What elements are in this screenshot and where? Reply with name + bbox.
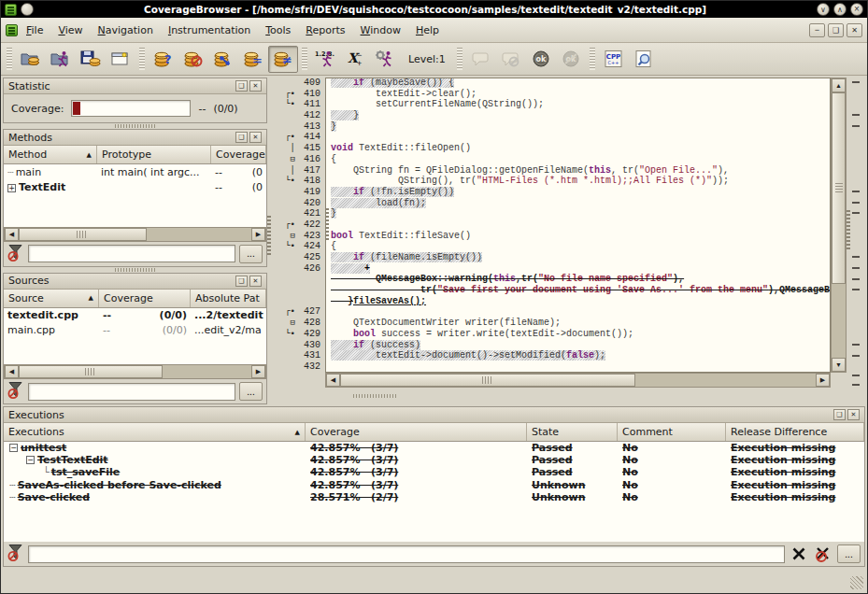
toolbar-grip-handle[interactable] [302, 48, 307, 70]
editor-vscrollbar[interactable]: ▲ ▼ [831, 78, 847, 373]
fold-marker[interactable]: └• [271, 241, 295, 252]
column-header-coverage[interactable]: Coverage [306, 423, 527, 441]
scroll-down-icon[interactable]: ▼ [832, 358, 846, 372]
save-session-button[interactable] [76, 46, 106, 73]
toolbar-grip-handle[interactable] [590, 48, 595, 70]
methods-filter-browse-button[interactable]: ... [239, 245, 263, 263]
column-header-prototype[interactable]: Prototype [97, 146, 211, 163]
float-panel-icon[interactable]: ❑ [833, 409, 846, 420]
mdi-child-icon[interactable] [6, 24, 18, 36]
cpp-source-button[interactable]: CPPC++ [599, 46, 629, 73]
menu-file[interactable]: File [19, 21, 50, 40]
clear-filter-disabled-button[interactable] [813, 544, 833, 563]
executions-forbidden-button[interactable] [178, 46, 208, 73]
titlebar-menu-button[interactable] [21, 3, 34, 16]
close-panel-icon[interactable]: ✕ [249, 80, 262, 92]
menu-help[interactable]: Help [408, 21, 447, 40]
menu-view[interactable]: View [50, 21, 90, 40]
ruler-grip[interactable] [847, 210, 850, 249]
collapse-icon[interactable]: − [9, 444, 18, 452]
executions-compare-button[interactable] [208, 46, 238, 73]
table-row[interactable]: +TextEdit--(0 [4, 179, 266, 194]
code-text[interactable]: } [325, 110, 831, 121]
code-text[interactable]: QTextDocumentWriter writer(fileName); [325, 318, 831, 329]
toolbar-grip-handle[interactable] [139, 48, 145, 70]
code-text[interactable]: QString(), tr("HTML-Files (*.htm *.html)… [325, 176, 831, 187]
scrollbar-thumb[interactable] [19, 228, 147, 241]
fold-marker[interactable]: ┌• [271, 132, 295, 143]
execution-row[interactable]: ┄SaveAs-clicked before Save-clicked42.85… [4, 479, 864, 491]
scroll-right-icon[interactable]: ▶ [251, 228, 265, 241]
code-text[interactable] [325, 306, 831, 318]
minimize-button[interactable] [817, 3, 830, 16]
mdi-restore-button[interactable] [828, 23, 844, 37]
new-window-button[interactable] [106, 46, 135, 73]
maximize-button[interactable] [833, 3, 847, 16]
clear-filter-button[interactable] [789, 544, 809, 563]
menu-window[interactable]: Window [353, 21, 408, 40]
table-row[interactable]: ┄mainint main( int argc...--(0 [4, 164, 266, 179]
statistic-operation-button[interactable]: X−+ [341, 46, 371, 73]
toolbar-grip-handle[interactable] [457, 48, 462, 70]
close-panel-icon[interactable]: ✕ [249, 276, 262, 287]
scroll-left-icon[interactable]: ◀ [5, 365, 19, 378]
code-text[interactable]: setCurrentFileName(QString()); [325, 99, 831, 110]
code-text[interactable]: load(fn); [325, 198, 831, 209]
sources-filter-browse-button[interactable]: ... [239, 382, 263, 401]
menu-tools[interactable]: Tools [258, 21, 298, 40]
collapse-icon[interactable]: − [26, 456, 35, 464]
executions-equal-button[interactable]: = [238, 46, 268, 73]
scroll-left-icon[interactable]: ◀ [5, 228, 19, 241]
validate-button[interactable]: ok [526, 46, 556, 73]
code-text[interactable]: } [325, 208, 831, 219]
fold-marker[interactable]: ┌• [271, 89, 295, 100]
execution-row[interactable]: └tst_saveFile42.857% (3/7)PassedNoExecut… [4, 466, 864, 478]
column-header-source[interactable]: Source▲ [4, 290, 99, 307]
main-horizontal-splitter[interactable] [271, 388, 831, 404]
comment-button[interactable] [466, 46, 496, 73]
code-text[interactable]: QMessageBox::warning(this,tr("No file na… [325, 274, 831, 285]
code-text[interactable]: tr("Save first your document using 'Save… [325, 285, 831, 296]
executions-filter-browse-button[interactable]: ... [837, 544, 861, 563]
fold-marker[interactable]: └• [271, 176, 295, 187]
column-header-comment[interactable]: Comment [618, 423, 726, 441]
column-header-method[interactable]: Method▲ [4, 146, 97, 163]
optimization-button[interactable] [371, 46, 401, 73]
column-header-coverage[interactable]: Coverage [211, 146, 266, 163]
execution-row[interactable]: ┄Save-clicked28.571% (2/7)UnknownNoExecu… [4, 491, 864, 503]
validate-forbidden-button[interactable]: ok [556, 46, 586, 73]
column-header-absolute-pat[interactable]: Absolute Pat [191, 290, 266, 307]
code-text[interactable] [325, 219, 831, 231]
fold-marker[interactable]: └• [271, 99, 295, 110]
code-text[interactable]: QString fn = QFileDialog::getOpenFileNam… [325, 165, 831, 177]
column-header-release-difference[interactable]: Release Difference [726, 423, 864, 441]
executions-filter-input[interactable] [28, 545, 785, 563]
code-text[interactable]: textEdit->clear(); [325, 89, 831, 100]
sources-filter-input[interactable] [28, 383, 235, 401]
code-text[interactable]: textEdit->document()->setModified(false)… [325, 350, 831, 361]
fold-marker[interactable]: │ [271, 165, 295, 177]
float-panel-icon[interactable]: ❑ [235, 276, 248, 287]
toolbar-grip-handle[interactable] [7, 48, 12, 70]
menu-reports[interactable]: Reports [298, 21, 352, 40]
code-view[interactable]: 409 if (maybeSave()) {┌•410 textEdit->cl… [271, 78, 831, 373]
code-text[interactable]: } [325, 121, 831, 133]
close-panel-icon[interactable]: ✕ [249, 132, 262, 143]
preview-button[interactable] [629, 46, 659, 73]
code-text[interactable] [325, 132, 831, 143]
methods-hscrollbar[interactable]: ◀ ▶ [4, 227, 266, 242]
fold-marker[interactable]: ⊟ [271, 231, 295, 242]
execution-count-button[interactable]: 1.2.3. [311, 46, 341, 73]
expand-icon[interactable]: + [7, 184, 16, 192]
executions-unknown-button[interactable]: ? [149, 46, 178, 73]
code-text[interactable]: + [325, 263, 831, 275]
fold-marker[interactable]: │ [271, 143, 295, 154]
mdi-close-button[interactable] [847, 23, 862, 37]
table-row[interactable]: textedit.cpp--(0/0)...2/textedit [4, 308, 266, 323]
code-text[interactable]: { [325, 154, 831, 165]
scroll-right-icon[interactable]: ▶ [816, 374, 830, 387]
scrollbar-thumb[interactable] [340, 374, 635, 387]
execution-row[interactable]: −TestTextEdit42.857% (3/7)PassedNoExecut… [4, 454, 864, 466]
scrollbar-thumb[interactable] [832, 92, 846, 284]
open-session-button[interactable] [16, 46, 46, 73]
